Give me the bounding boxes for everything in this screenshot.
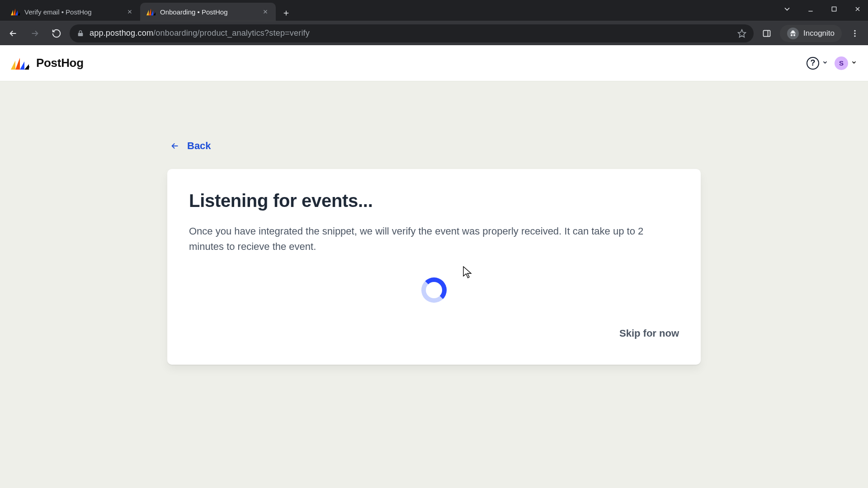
nav-back-button[interactable] <box>5 25 22 42</box>
bookmark-star-icon[interactable] <box>737 29 746 38</box>
svg-marker-9 <box>738 29 746 37</box>
address-url-path: /onboarding/product_analytics?step=verif… <box>153 28 310 38</box>
card-description: Once you have integrated the snippet, we… <box>189 224 679 254</box>
svg-rect-10 <box>764 30 770 36</box>
back-link-label: Back <box>187 140 211 152</box>
svg-point-14 <box>854 35 855 37</box>
browser-menu-button[interactable] <box>846 25 863 42</box>
card-footer: Skip for now <box>189 328 679 339</box>
window-close-button[interactable] <box>850 2 865 16</box>
svg-point-12 <box>854 30 855 31</box>
svg-marker-5 <box>149 9 151 15</box>
chevron-down-icon <box>822 59 828 67</box>
browser-tab[interactable]: Onboarding • PostHog <box>140 3 276 21</box>
lock-icon <box>77 30 84 37</box>
address-bar[interactable]: app.posthog.com/onboarding/product_analy… <box>70 24 754 42</box>
svg-marker-1 <box>13 9 15 15</box>
help-menu[interactable]: ? <box>807 57 828 70</box>
svg-marker-17 <box>20 61 24 70</box>
new-tab-button[interactable] <box>278 5 294 21</box>
svg-marker-7 <box>153 12 156 15</box>
nav-reload-button[interactable] <box>48 25 65 42</box>
window-maximize-button[interactable] <box>826 2 842 16</box>
vertical-scrollbar[interactable] <box>860 45 868 488</box>
onboarding-content: Back Listening for events... Once you ha… <box>167 140 701 365</box>
back-link[interactable]: Back <box>170 140 701 152</box>
skip-button[interactable]: Skip for now <box>619 328 679 339</box>
help-icon: ? <box>807 57 819 70</box>
svg-point-13 <box>854 33 855 34</box>
browser-chrome: Verify email • PostHog Onboarding • Post… <box>0 0 868 45</box>
app-header: PostHog ? S <box>0 45 868 81</box>
brand-name: PostHog <box>36 56 84 70</box>
header-right: ? S <box>807 56 857 70</box>
posthog-favicon-icon <box>11 7 20 16</box>
svg-marker-16 <box>15 58 20 70</box>
browser-tab[interactable]: Verify email • PostHog <box>5 3 140 21</box>
window-minimize-button[interactable] <box>803 2 818 16</box>
cursor-icon <box>463 266 472 279</box>
svg-point-19 <box>28 66 29 68</box>
close-tab-icon[interactable] <box>261 8 269 16</box>
tabs-dropdown-button[interactable] <box>779 2 795 16</box>
chevron-down-icon <box>851 59 857 67</box>
card-title: Listening for events... <box>189 191 679 211</box>
svg-marker-6 <box>151 10 153 15</box>
spinner-wrap <box>189 274 679 306</box>
address-url: app.posthog.com/onboarding/product_analy… <box>90 28 310 38</box>
nav-forward-button[interactable] <box>26 25 43 42</box>
close-tab-icon[interactable] <box>126 8 134 16</box>
incognito-indicator: Incognito <box>780 25 842 42</box>
svg-marker-4 <box>146 10 149 15</box>
logo[interactable]: PostHog <box>11 56 84 70</box>
browser-tab-title: Onboarding • PostHog <box>160 8 257 16</box>
svg-rect-8 <box>832 7 836 11</box>
browser-tab-title: Verify email • PostHog <box>24 8 121 16</box>
onboarding-card: Listening for events... Once you have in… <box>167 169 701 365</box>
tab-strip: Verify email • PostHog Onboarding • Post… <box>0 0 868 21</box>
page: PostHog ? S Back Listening for events... <box>0 45 868 488</box>
user-menu[interactable]: S <box>835 56 857 70</box>
svg-marker-15 <box>11 61 15 70</box>
loading-spinner-icon <box>421 277 447 303</box>
side-panel-button[interactable] <box>758 25 775 42</box>
browser-toolbar: app.posthog.com/onboarding/product_analy… <box>0 21 868 45</box>
posthog-logo-icon <box>11 57 31 70</box>
address-url-host: app.posthog.com <box>90 28 153 38</box>
incognito-icon <box>787 28 799 39</box>
avatar: S <box>835 56 848 70</box>
window-controls <box>779 0 865 18</box>
svg-marker-2 <box>15 10 18 15</box>
incognito-label: Incognito <box>803 29 835 38</box>
posthog-favicon-icon <box>146 7 156 16</box>
svg-marker-3 <box>18 12 20 15</box>
svg-marker-0 <box>11 10 13 15</box>
